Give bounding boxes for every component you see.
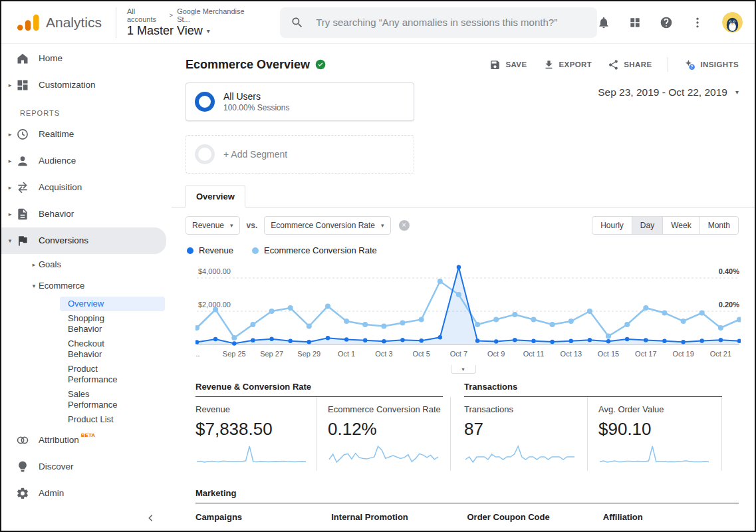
marketing-column-affiliation: Affiliation87Transactions$7,838.50Revenu… xyxy=(603,512,739,531)
summary-group: Revenue & Conversion RateRevenue$7,838.5… xyxy=(195,382,443,471)
marketing-column-title: Affiliation xyxy=(603,512,728,522)
save-button[interactable]: SAVE xyxy=(489,59,527,70)
sidebar-item-sales-performance[interactable]: Sales Performance xyxy=(60,387,172,412)
sidebar-item-home[interactable]: Home xyxy=(1,45,172,72)
primary-metric-select[interactable]: Revenue ▾ xyxy=(186,216,240,235)
sidebar-item-acquisition[interactable]: ▸Acquisition xyxy=(1,174,172,201)
chart-controls: Revenue ▾ vs. Ecommerce Conversion Rate … xyxy=(172,207,755,235)
view-selector[interactable]: 1 Master View ▾ xyxy=(127,24,257,38)
page-title: Ecommerce Overview xyxy=(186,58,310,72)
metric-card-avg-order-value[interactable]: Avg. Order Value$90.10 xyxy=(588,397,722,471)
segment-all-users[interactable]: All Users 100.00% Sessions xyxy=(186,82,414,121)
legend-dot-icon xyxy=(187,247,193,254)
sparkline-chart xyxy=(598,444,710,464)
granularity-month[interactable]: Month xyxy=(699,216,739,235)
breadcrumb-separator-icon: > xyxy=(170,12,173,19)
behavior-icon xyxy=(16,207,29,221)
sidebar-item-product-performance[interactable]: Product Performance xyxy=(60,362,172,387)
main-content: Ecommerce Overview SAVE EXPORT xyxy=(172,44,755,531)
chevron-down-icon: ▾ xyxy=(461,366,464,372)
summary-sections: Revenue & Conversion RateRevenue$7,838.5… xyxy=(172,374,755,471)
sidebar-item-ecommerce[interactable]: ▾Ecommerce xyxy=(1,275,172,297)
metric-label: Revenue xyxy=(195,404,307,414)
granularity-day[interactable]: Day xyxy=(632,216,663,235)
marketing-metric: 743,760Impressions xyxy=(331,529,456,531)
share-label: SHARE xyxy=(624,61,652,68)
sidebar-item-realtime[interactable]: ▸Realtime xyxy=(1,121,172,148)
timeseries-chart[interactable]: $2,000.000.20%$4,000.000.40%...Sep 25Sep… xyxy=(195,259,741,364)
discover-icon xyxy=(16,460,29,473)
page-actions: SAVE EXPORT SHARE ? INSIGHTS xyxy=(489,57,739,72)
verified-check-icon xyxy=(315,59,326,70)
apps-grid-icon[interactable] xyxy=(628,16,642,29)
segment-detail: 100.00% Sessions xyxy=(223,103,289,112)
breadcrumb: All accounts > Google Merchandise St... xyxy=(127,7,257,23)
sidebar-collapse-button[interactable] xyxy=(1,508,172,531)
search-bar[interactable] xyxy=(280,7,597,38)
breadcrumb-root[interactable]: All accounts xyxy=(127,7,166,23)
chevron-down-icon: ▾ xyxy=(381,222,384,229)
sidebar-item-goals[interactable]: ▸Goals xyxy=(1,254,172,275)
share-button[interactable]: SHARE xyxy=(608,59,652,70)
share-icon xyxy=(608,59,619,70)
sidebar-item-label: Attribution xyxy=(39,435,79,446)
sparkline-chart xyxy=(328,444,440,464)
sidebar-item-admin[interactable]: Admin xyxy=(1,480,172,507)
legend-label: Ecommerce Conversion Rate xyxy=(264,245,377,255)
metric-label: Avg. Order Value xyxy=(598,404,712,414)
remove-metric-icon[interactable]: × xyxy=(399,220,410,231)
flag-icon xyxy=(16,234,29,247)
sidebar-item-checkout-behavior[interactable]: Checkout Behavior xyxy=(60,336,172,362)
add-segment-button[interactable]: + Add Segment xyxy=(186,135,414,174)
breadcrumb-account[interactable]: Google Merchandise St... xyxy=(177,7,257,23)
export-button[interactable]: EXPORT xyxy=(543,59,592,70)
metric-card-revenue[interactable]: Revenue$7,838.50 xyxy=(195,397,317,471)
sidebar-item-product-list[interactable]: Product List xyxy=(60,412,172,427)
chevron-down-icon: ▾ xyxy=(230,222,233,229)
date-range-selector[interactable]: Sep 23, 2019 - Oct 22, 2019 ▾ xyxy=(598,82,739,174)
metric-card-transactions[interactable]: Transactions87 xyxy=(464,397,588,471)
sidebar-item-discover[interactable]: Discover xyxy=(1,454,172,480)
notifications-icon[interactable] xyxy=(597,16,610,29)
svg-text:Sep 29: Sep 29 xyxy=(297,350,320,358)
sidebar-item-audience[interactable]: ▸Audience xyxy=(1,148,172,174)
granularity-week[interactable]: Week xyxy=(662,216,699,235)
legend-item: Revenue xyxy=(187,245,233,255)
search-input[interactable] xyxy=(315,16,586,29)
save-icon xyxy=(489,59,501,70)
secondary-metric-label: Ecommerce Conversion Rate xyxy=(271,221,375,230)
help-icon[interactable] xyxy=(660,16,673,29)
insights-button[interactable]: ? INSIGHTS xyxy=(684,59,739,70)
sidebar-item-label: Ecommerce xyxy=(39,281,84,291)
sidebar-item-shopping-behavior[interactable]: Shopping Behavior xyxy=(60,311,172,336)
app-name: Analytics xyxy=(46,15,102,31)
marketing-section: Marketing Campaigns11Transactions$431.75… xyxy=(172,471,755,531)
sidebar-item-overview[interactable]: Overview xyxy=(60,297,165,311)
sidebar-item-behavior[interactable]: ▸Behavior xyxy=(1,201,172,227)
chevron-right-icon: ▸ xyxy=(1,131,15,138)
analytics-logo[interactable]: Analytics xyxy=(1,1,114,43)
sidebar-item-attribution[interactable]: AttributionBETA xyxy=(1,427,172,454)
sidebar-item-conversions[interactable]: ▾Conversions xyxy=(1,227,166,254)
search-icon xyxy=(291,16,304,29)
granularity-hourly[interactable]: Hourly xyxy=(592,216,632,235)
metric-card-conversion-rate[interactable]: Ecommerce Conversion Rate0.12% xyxy=(317,397,451,471)
person-icon xyxy=(16,154,29,168)
sidebar-item-customization[interactable]: ▸Customization xyxy=(1,72,172,98)
secondary-metric-select[interactable]: Ecommerce Conversion Rate ▾ xyxy=(264,216,390,235)
segment-ring-icon xyxy=(195,92,215,112)
more-vertical-icon[interactable] xyxy=(691,16,704,29)
sidebar-item-label: Conversions xyxy=(39,235,88,246)
chevron-down-icon: ▾ xyxy=(735,86,739,174)
primary-metric-label: Revenue xyxy=(192,221,224,230)
sidebar-item-label: Acquisition xyxy=(39,182,82,193)
avatar[interactable] xyxy=(722,12,743,33)
tab-overview[interactable]: Overview xyxy=(186,186,245,207)
sidebar-item-label: Home xyxy=(39,53,63,64)
sidebar-item-label: Admin xyxy=(39,488,64,499)
chevron-down-icon: ▾ xyxy=(25,283,39,289)
chart-area: $2,000.000.20%$4,000.000.40%...Sep 25Sep… xyxy=(172,259,755,367)
account-switcher[interactable]: All accounts > Google Merchandise St... … xyxy=(116,7,257,38)
marketing-metric-value: 11 xyxy=(195,529,206,531)
marketing-column-campaigns: Campaigns11Transactions$431.75Revenue xyxy=(195,512,331,531)
